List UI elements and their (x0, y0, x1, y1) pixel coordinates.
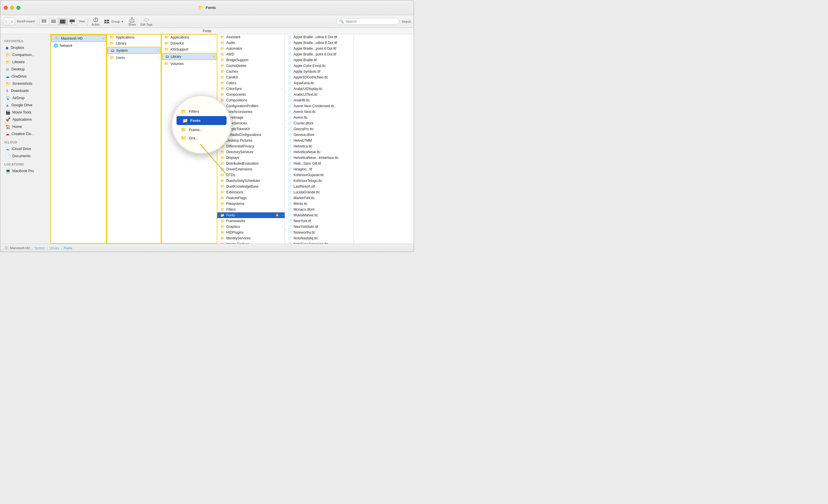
col4-caches[interactable]: 📁 Caches (217, 69, 285, 75)
sidebar-item-lifewire[interactable]: 📁 Lifewire (1, 59, 49, 65)
view-gallery-btn[interactable] (68, 18, 77, 25)
font-file-arialhb[interactable]: 📄 ArialHB.ttc (285, 97, 354, 103)
font-file-notonastaliq[interactable]: 📄 NotoNastaliq.ttc (285, 235, 354, 241)
back-button[interactable]: ‹ (3, 18, 9, 25)
col4-assistant[interactable]: 📁 Assistant (217, 34, 285, 40)
font-file-geezapro[interactable]: 📄 GeezaPro.ttc (285, 126, 354, 132)
sidebar-item-home[interactable]: 🏠 Home (1, 123, 49, 130)
font-file-hiragino[interactable]: 📄 Hiragino...ttf (285, 166, 354, 172)
col4-graphics[interactable]: 📁 Graphics › (217, 224, 285, 230)
col4-colors[interactable]: 📁 Colors (217, 80, 285, 86)
font-file-helveticaneue-interface[interactable]: 📄 HelveticaNeue...kInterface.ttc (285, 155, 354, 161)
font-file-helveticaneue[interactable]: 📄 HelveticaNeue.ttc (285, 149, 354, 155)
col3-library[interactable]: 🗂 Library › (162, 53, 216, 60)
font-file-applesd[interactable]: 📄 AppleSDGothicNeo.ttc (285, 75, 354, 80)
view-list-btn[interactable] (49, 18, 58, 25)
col4-extensions[interactable]: 📁 Extensions (217, 189, 285, 195)
sidebar-item-airdrop[interactable]: 📡 AirDrop (1, 95, 49, 101)
col1-network[interactable]: 🌐 Network › (51, 43, 107, 49)
font-file-heitisansgb[interactable]: 📄 Heiti...Sans GB.ttf (285, 161, 354, 166)
action-button[interactable]: Action (90, 16, 101, 27)
col4-colorsync[interactable]: 📁 ColorSync › (217, 86, 285, 92)
edit-tags-button[interactable]: Edit Tags (139, 16, 154, 27)
col4-automator[interactable]: 📁 Automator (217, 46, 285, 51)
col4-imagecapture[interactable]: 📁 Image Capture (217, 241, 285, 244)
font-file-braille6-outline[interactable]: 📄 Apple Braille...utline 6 Dot.ttf (285, 34, 354, 40)
font-file-braille8-outline[interactable]: 📄 Apple Braille...utline 8 Dot.ttf (285, 40, 354, 46)
font-file-lastresort[interactable]: 📄 LastResort.otf (285, 184, 354, 189)
font-file-lucidagrande[interactable]: 📄 LucidaGrande.ttc (285, 189, 354, 195)
font-file-coloremoji[interactable]: 📄 Apple Color Emoji.ttc (285, 63, 354, 69)
font-file-notosansarmenian[interactable]: 📄 NotoSansArmenian.ttc (285, 241, 354, 244)
col4-identityservices[interactable]: 📁 IdentityServices (217, 235, 285, 241)
font-file-muktamahee[interactable]: 📄 MuktaMahee.ttc (285, 212, 354, 218)
view-icon-btn[interactable] (40, 18, 49, 25)
col4-filesystems[interactable]: 📁 Filesystems (217, 201, 285, 207)
font-file-kohinoorgujarat[interactable]: 📄 KohinoorGujarati.ttc (285, 172, 354, 178)
font-file-arabicuidisplay[interactable]: 📄 ArabicUIDisplay.ttc (285, 86, 354, 92)
col4-awd[interactable]: 📁 AWD (217, 51, 285, 57)
font-file-geneva[interactable]: 📄 Geneva.dfont (285, 132, 354, 138)
col4-hidplugins[interactable]: 📁 HIDPlugins (217, 230, 285, 235)
col4-featureflags[interactable]: 📁 FeatureFlags (217, 195, 285, 201)
col1-macintosh-hd[interactable]: 💿 Macintosh HD › (51, 35, 106, 42)
col4-displays[interactable]: 📁 Displays (217, 155, 285, 161)
zoom-item-filters[interactable]: 📁 Filters (175, 107, 228, 116)
zoom-item-fonts[interactable]: 📁 Fonts (176, 116, 226, 125)
font-file-symbols[interactable]: 📄 Apple Symbols.ttf (285, 69, 354, 75)
col4-audio[interactable]: 📁 Audio (217, 40, 285, 46)
sidebar-item-macbookpro[interactable]: 💻 MacBook Pro (1, 168, 49, 174)
font-file-braille[interactable]: 📄 Apple Braille.ttf (285, 57, 354, 63)
font-file-kohinoortelugu[interactable]: 📄 KohinoorTelugu.ttc (285, 178, 354, 184)
sidebar-item-desktop[interactable]: 🖥 Desktop (1, 66, 49, 73)
col3-driverkit[interactable]: 📁 DriverKit (161, 40, 217, 46)
sidebar-item-icloud-drive[interactable]: ☁ iCloud Drive (1, 145, 49, 152)
font-file-braille8-point[interactable]: 📄 Apple Braille...point 8 Dot.ttf (285, 51, 354, 57)
font-file-avenirnextcondensed[interactable]: 📄 Avenir Next Condensed.ttc (285, 103, 354, 109)
col2-users[interactable]: 📁 Users › (107, 55, 161, 61)
sidebar-item-downloads[interactable]: ⬇ Downloads (1, 87, 49, 94)
sidebar-item-applications[interactable]: 🚀 Applications (1, 116, 49, 123)
col4-fonts[interactable]: 📁 Fonts › (217, 212, 285, 218)
col2-library[interactable]: 📁 Library (107, 40, 161, 46)
col4-driverextensions[interactable]: 📁 DriverExtensions (217, 166, 285, 172)
font-file-monaco[interactable]: 📄 Monaco.dfont (285, 207, 354, 212)
col4-bridgesupport[interactable]: 📁 BridgeSupport (217, 57, 285, 63)
col2-system[interactable]: 🗂 System › (107, 47, 160, 54)
minimize-button[interactable] (10, 6, 14, 10)
col4-cachedelete[interactable]: 📁 CacheDelete (217, 63, 285, 69)
font-file-braille6-point[interactable]: 📄 Apple Braille...point 6 Dot.ttf (285, 46, 354, 51)
font-file-helvetica[interactable]: 📄 Helvetica.ttc (285, 143, 354, 149)
col4-duetknowledge[interactable]: 📁 DuetKnowledgeBase (217, 184, 285, 189)
group-button[interactable]: Group ▼ (102, 18, 126, 25)
font-file-markerfelt[interactable]: 📄 MarkerFelt.ttc (285, 195, 354, 201)
forward-button[interactable]: › (9, 18, 15, 25)
sidebar-item-creativeclo[interactable]: ☁ Creative Clo... (1, 131, 49, 137)
col3-iossupport[interactable]: 📁 iOSSupport (161, 46, 217, 52)
col2-applications[interactable]: 📁 Applications (107, 34, 161, 40)
font-file-courier[interactable]: 📄 Courier.dfont (285, 121, 354, 126)
share-button[interactable]: Share (126, 16, 138, 27)
font-file-avenirnext[interactable]: 📄 Avenir Next.ttc (285, 109, 354, 114)
col4-dtds[interactable]: 📁 DTDs (217, 172, 285, 178)
col3-volumes[interactable]: 📁 Volumes › (161, 61, 217, 67)
sidebar-item-documents[interactable]: 📄 Documents (1, 152, 49, 159)
sidebar-item-movietools[interactable]: 🎬 Movie Tools (1, 109, 49, 116)
col4-duetactivity[interactable]: 📁 DuetActivityScheduler (217, 178, 285, 184)
maximize-button[interactable] (16, 6, 20, 10)
sidebar-item-screenshots[interactable]: 📁 Screenshots (1, 80, 49, 87)
font-file-arabicuitext[interactable]: 📄 ArabicUIText.ttc (285, 92, 354, 97)
sidebar-item-onedrive[interactable]: ☁ OneDrive (1, 73, 49, 80)
zoom-item-graphics[interactable]: 📁 Gra... (175, 134, 228, 142)
col4-cardkit[interactable]: 📁 CardKit (217, 75, 285, 80)
font-file-noteworthy[interactable]: 📄 Noteworthy.ttc (285, 230, 354, 235)
font-file-helvetmm[interactable]: 📄 HelveLTMM (285, 138, 354, 143)
zoom-item-frameworks[interactable]: 📁 Frame... (175, 126, 228, 134)
font-file-newyorkitalic[interactable]: 📄 NewYorkItalic.ttf (285, 224, 354, 230)
sidebar-item-googledrive[interactable]: ▲ Google Drive (1, 102, 49, 108)
sidebar-item-dropbox[interactable]: ◆ Dropbox (1, 44, 49, 51)
font-file-newyork[interactable]: 📄 NewYork.ttf (285, 218, 354, 224)
search-input[interactable] (345, 19, 396, 24)
col4-filters[interactable]: 📁 Filters › (217, 207, 285, 212)
font-file-menlo[interactable]: 📄 Menlo.ttc (285, 201, 354, 207)
